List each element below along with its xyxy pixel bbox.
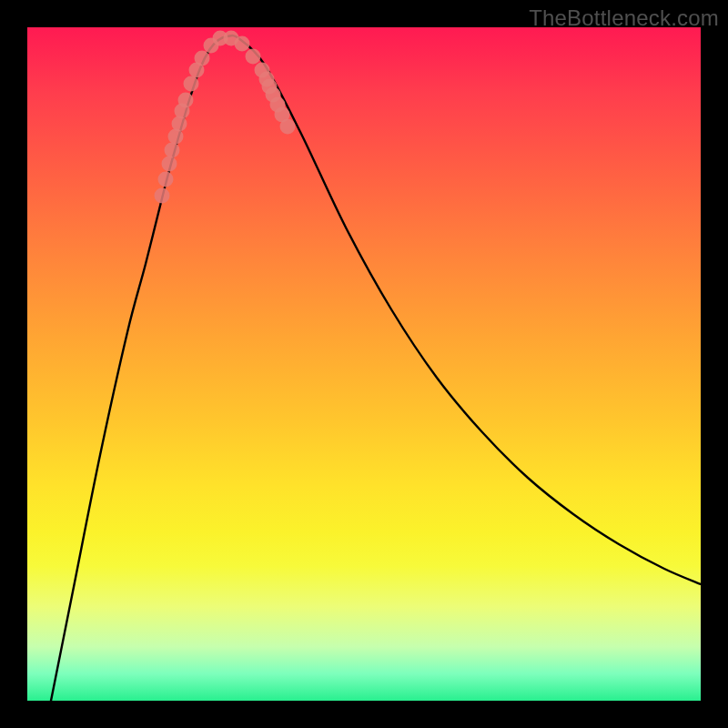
highlight-dot: [246, 49, 261, 65]
highlight-dot: [195, 51, 210, 66]
highlight-dot: [155, 188, 170, 204]
highlight-dot: [172, 116, 187, 132]
highlight-dot: [162, 157, 177, 172]
v-curve-path: [51, 35, 701, 701]
highlight-dot: [280, 119, 296, 135]
highlight-dot: [235, 36, 250, 52]
highlight-dot: [158, 172, 174, 187]
highlight-dot: [184, 76, 199, 92]
highlight-dot: [165, 143, 180, 158]
highlight-dots-group: [155, 31, 296, 204]
highlight-dot: [178, 93, 194, 108]
chart-frame: TheBottleneck.com: [0, 0, 728, 728]
chart-svg: [27, 27, 701, 701]
